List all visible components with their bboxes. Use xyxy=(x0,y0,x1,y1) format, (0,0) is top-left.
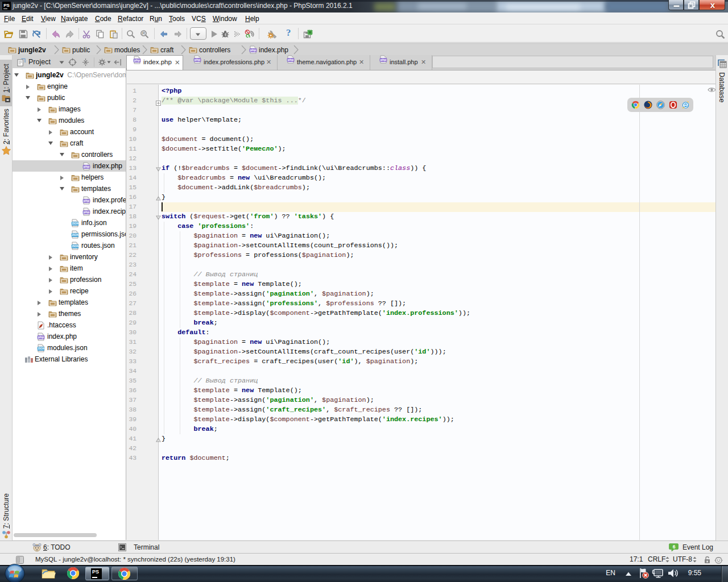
svg-text:php: php xyxy=(84,210,90,214)
svg-text:php: php xyxy=(84,199,90,202)
svg-text:php: php xyxy=(195,58,201,61)
svg-text:JSON: JSON xyxy=(38,347,45,350)
svg-text:JSON: JSON xyxy=(72,245,79,248)
svg-text:php: php xyxy=(250,48,257,52)
svg-text:php: php xyxy=(134,59,140,62)
svg-text:x: x xyxy=(710,0,715,10)
svg-text:php: php xyxy=(38,335,44,339)
svg-text:R: R xyxy=(142,31,145,35)
svg-text:JSON: JSON xyxy=(72,222,79,225)
svg-text:php: php xyxy=(288,58,294,61)
svg-text:php: php xyxy=(380,58,387,61)
svg-text:php: php xyxy=(84,165,90,168)
svg-text:6: 6 xyxy=(673,544,676,550)
svg-text:JSON: JSON xyxy=(72,234,79,236)
